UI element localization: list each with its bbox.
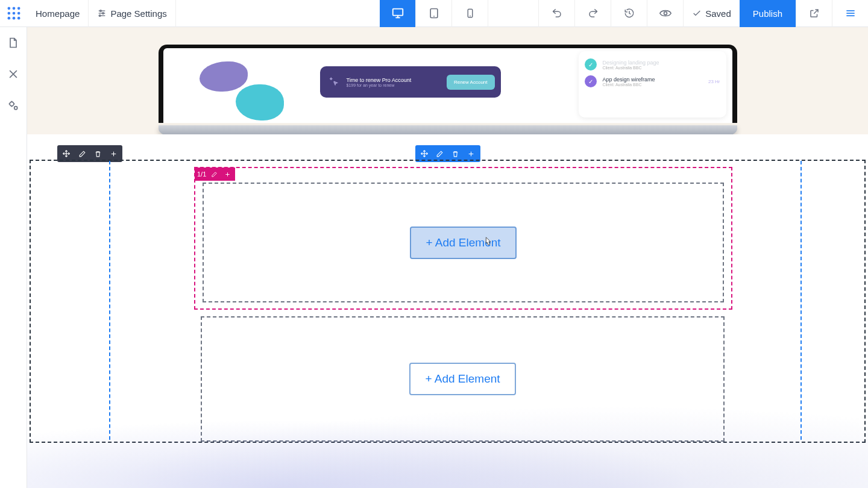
renew-title: Time to renew Pro Account xyxy=(347,77,441,83)
svg-point-5 xyxy=(17,12,20,15)
svg-point-30 xyxy=(14,107,17,110)
add-element-button[interactable]: + Add Element xyxy=(409,363,515,395)
menu-button[interactable] xyxy=(832,0,868,27)
desktop-icon xyxy=(391,7,404,20)
renew-text: Time to renew Pro Account $199 for an ye… xyxy=(347,77,441,87)
device-tablet-button[interactable] xyxy=(416,0,452,27)
mobile-icon xyxy=(465,8,476,19)
svg-point-3 xyxy=(7,12,10,15)
history-button[interactable] xyxy=(611,0,647,27)
renew-button: Renew Account xyxy=(447,75,495,90)
task-title: Designing landing page xyxy=(603,60,720,66)
laptop-bezel: Time to renew Pro Account $199 for an ye… xyxy=(159,45,737,123)
gear-icon xyxy=(7,99,19,111)
svg-rect-15 xyxy=(392,9,403,16)
svg-point-2 xyxy=(17,7,20,10)
column-badge: 1/1 xyxy=(195,167,235,181)
publish-label: Publish xyxy=(753,8,782,19)
drop-zone[interactable]: + Add Element xyxy=(203,183,724,302)
add-element-label: + Add Element xyxy=(426,236,500,249)
section-add-button[interactable] xyxy=(105,147,121,160)
task-sub: Client: Australia BBC xyxy=(603,83,702,87)
left-rail xyxy=(0,27,27,488)
plus-icon xyxy=(467,150,475,158)
device-desktop-button[interactable] xyxy=(380,0,416,27)
move-icon xyxy=(420,149,429,158)
row-move-handle[interactable] xyxy=(417,147,432,160)
device-mobile-button[interactable] xyxy=(452,0,488,27)
rail-settings-button[interactable] xyxy=(4,96,23,115)
task-row: ✓ Designing landing page Client: Austral… xyxy=(585,56,720,73)
decorative-blobs xyxy=(163,48,308,123)
page-icon xyxy=(7,37,19,49)
blob-teal xyxy=(236,84,284,120)
row-outline[interactable]: 1/1 + Add Element + Add Elem xyxy=(109,161,802,440)
hero-section: Time to renew Pro Account $199 for an ye… xyxy=(27,27,868,134)
external-link-icon xyxy=(809,8,820,19)
row-delete-button[interactable] xyxy=(448,147,464,160)
column-edit-button[interactable] xyxy=(209,169,219,180)
column-ratio: 1/1 xyxy=(197,170,206,178)
column-outline[interactable]: 1/1 + Add Element xyxy=(194,167,732,310)
svg-point-6 xyxy=(7,17,10,20)
check-icon xyxy=(692,8,702,18)
tablet-icon xyxy=(428,7,440,19)
design-tools-icon xyxy=(7,68,19,80)
homepage-link[interactable]: Homepage xyxy=(27,0,89,27)
topbar-right: Saved Publish xyxy=(538,0,868,27)
renew-sub: $199 for an year to renew xyxy=(347,83,441,87)
publish-button[interactable]: Publish xyxy=(740,0,796,27)
svg-line-23 xyxy=(814,10,818,14)
app-logo[interactable] xyxy=(0,0,27,27)
rail-pages-button[interactable] xyxy=(4,33,23,52)
svg-point-7 xyxy=(12,17,15,20)
hamburger-icon xyxy=(844,7,857,19)
svg-point-4 xyxy=(12,12,15,15)
redo-button[interactable] xyxy=(574,0,611,27)
task-title: App design wireframe xyxy=(603,77,702,83)
top-toolbar: Homepage Page Settings xyxy=(0,0,868,27)
logo-icon xyxy=(5,5,22,22)
task-list-card: ✓ Designing landing page Client: Austral… xyxy=(579,51,726,117)
eye-icon xyxy=(659,7,671,19)
save-status: Saved xyxy=(683,0,740,27)
section-move-handle[interactable] xyxy=(58,147,74,160)
laptop-screen: Time to renew Pro Account $199 for an ye… xyxy=(163,48,732,123)
edit-icon xyxy=(436,150,444,158)
renew-account-card: Time to renew Pro Account $199 for an ye… xyxy=(320,66,501,98)
laptop-mockup: Time to renew Pro Account $199 for an ye… xyxy=(159,45,737,134)
section-outline[interactable]: 1/1 + Add Element + Add Elem xyxy=(30,160,866,443)
undo-icon xyxy=(552,8,562,19)
row-add-button[interactable] xyxy=(464,147,479,160)
trash-icon xyxy=(451,150,459,158)
column-add-button[interactable] xyxy=(222,169,233,180)
preview-button[interactable] xyxy=(647,0,683,27)
history-icon xyxy=(624,8,635,19)
editor-canvas: Time to renew Pro Account $199 for an ye… xyxy=(27,27,868,488)
add-element-button[interactable]: + Add Element xyxy=(410,227,516,259)
check-circle-icon: ✓ xyxy=(585,58,597,70)
section-delete-button[interactable] xyxy=(90,147,105,160)
task-row: ✓ App design wireframe Client: Australia… xyxy=(585,73,720,90)
svg-point-29 xyxy=(10,102,14,106)
saved-label: Saved xyxy=(705,8,731,19)
page-settings-label: Page Settings xyxy=(110,8,166,19)
pointer-icon xyxy=(326,75,341,89)
rail-design-button[interactable] xyxy=(4,64,23,84)
homepage-label: Homepage xyxy=(36,8,80,19)
svg-point-1 xyxy=(12,7,15,10)
edit-icon xyxy=(78,150,86,158)
plus-icon xyxy=(224,171,231,178)
edit-icon xyxy=(211,171,218,178)
page-settings-link[interactable]: Page Settings xyxy=(89,0,175,27)
open-external-button[interactable] xyxy=(796,0,832,27)
laptop-base xyxy=(159,125,737,134)
section-edit-button[interactable] xyxy=(74,147,90,160)
svg-point-8 xyxy=(17,17,20,20)
plus-icon xyxy=(110,150,118,158)
drop-zone[interactable]: + Add Element xyxy=(201,316,725,442)
topbar-left: Homepage Page Settings xyxy=(0,0,176,27)
undo-button[interactable] xyxy=(538,0,574,27)
check-circle-icon: ✓ xyxy=(585,75,597,87)
row-edit-button[interactable] xyxy=(432,147,448,160)
